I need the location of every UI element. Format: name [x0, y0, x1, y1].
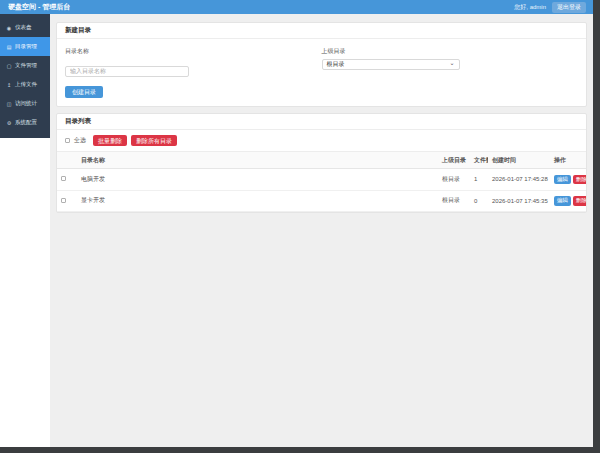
row-checkbox[interactable] [61, 176, 66, 181]
table-row: 电脑开发 根目录 1 2026-01-07 17:45:28 编辑 删除 [57, 169, 586, 191]
cell-parent-directory: 根目录 [438, 190, 470, 212]
user-greeting: 您好, admin [514, 3, 546, 12]
delete-button[interactable]: 删除 [573, 175, 586, 185]
sidebar-item-label: 文件管理 [15, 62, 37, 69]
upload-icon: ↥ [6, 82, 12, 88]
cell-created-at: 2026-01-07 17:45:35 [488, 190, 550, 212]
folder-icon: ▤ [6, 44, 12, 50]
logout-button[interactable]: 退出登录 [552, 2, 586, 13]
delete-all-directories-button[interactable]: 删除所有目录 [131, 135, 177, 146]
batch-delete-button[interactable]: 批量删除 [93, 135, 127, 146]
sidebar-item-label: 系统配置 [15, 119, 37, 126]
sidebar-item-system-config[interactable]: ⚙ 系统配置 [0, 113, 50, 132]
header-directory-name: 目录名称 [77, 152, 438, 169]
create-directory-button[interactable]: 创建目录 [65, 86, 103, 98]
edit-button[interactable]: 编辑 [554, 175, 571, 185]
cell-directory-name: 显卡开发 [77, 190, 438, 212]
row-actions: 编辑 删除 [554, 196, 582, 206]
sidebar-item-upload-files[interactable]: ↥ 上传文件 [0, 75, 50, 94]
cell-file-count: 0 [470, 190, 488, 212]
sidebar-item-directory-management[interactable]: ▤ 目录管理 [0, 37, 50, 56]
list-toolbar: 全选 批量删除 删除所有目录 [57, 130, 586, 151]
sidebar-item-label: 访问统计 [15, 100, 37, 107]
list-card-title: 目录列表 [57, 114, 586, 130]
parent-directory-field: 上级目录 根目录 ⌄ [322, 47, 579, 77]
sidebar-item-label: 仪表盘 [15, 24, 32, 31]
directory-name-label: 目录名称 [65, 47, 322, 56]
chart-icon: ◫ [6, 101, 12, 107]
select-all-label: 全选 [74, 136, 86, 145]
header-parent-directory: 上级目录 [438, 152, 470, 169]
cell-file-count: 1 [470, 169, 488, 191]
select-value: 根目录 [327, 60, 345, 69]
create-form-row: 目录名称 上级目录 根目录 ⌄ [65, 47, 578, 77]
sidebar-item-label: 目录管理 [15, 43, 37, 50]
chevron-down-icon: ⌄ [449, 61, 454, 65]
row-checkbox[interactable] [61, 198, 66, 203]
create-card-body: 目录名称 上级目录 根目录 ⌄ 创建目录 [57, 39, 586, 106]
sidebar-menu: ◉ 仪表盘 ▤ 目录管理 ▢ 文件管理 ↥ 上传文件 ◫ 访问统计 [0, 14, 50, 138]
top-navbar: 硬盘空间 - 管理后台 您好, admin 退出登录 [0, 0, 593, 14]
cell-parent-directory: 根目录 [438, 169, 470, 191]
cell-created-at: 2026-01-07 17:45:28 [488, 169, 550, 191]
cell-directory-name: 电脑开发 [77, 169, 438, 191]
sidebar: ◉ 仪表盘 ▤ 目录管理 ▢ 文件管理 ↥ 上传文件 ◫ 访问统计 [0, 14, 50, 447]
sidebar-item-label: 上传文件 [15, 81, 37, 88]
parent-directory-select[interactable]: 根目录 ⌄ [322, 59, 460, 70]
header-created-at: 创建时间 [488, 152, 550, 169]
table-header-row: 目录名称 上级目录 文件数 创建时间 操作 [57, 152, 586, 169]
delete-button[interactable]: 删除 [573, 196, 586, 206]
sidebar-item-access-statistics[interactable]: ◫ 访问统计 [0, 94, 50, 113]
table-row: 显卡开发 根目录 0 2026-01-07 17:45:35 编辑 删除 [57, 190, 586, 212]
header-file-count: 文件数 [470, 152, 488, 169]
directory-table: 目录名称 上级目录 文件数 创建时间 操作 电脑开发 根目录 1 [57, 151, 586, 212]
edit-button[interactable]: 编辑 [554, 196, 571, 206]
sidebar-item-dashboard[interactable]: ◉ 仪表盘 [0, 18, 50, 37]
gear-icon: ⚙ [6, 120, 12, 126]
layout: ◉ 仪表盘 ▤ 目录管理 ▢ 文件管理 ↥ 上传文件 ◫ 访问统计 [0, 14, 593, 447]
row-actions: 编辑 删除 [554, 175, 582, 185]
directory-name-field: 目录名称 [65, 47, 322, 77]
header-actions: 操作 [550, 152, 586, 169]
create-card-title: 新建目录 [57, 23, 586, 39]
create-directory-card: 新建目录 目录名称 上级目录 根目录 ⌄ [56, 22, 587, 107]
directory-list-card: 目录列表 全选 批量删除 删除所有目录 目录名称 上级目录 文件数 创建时 [56, 113, 587, 213]
file-icon: ▢ [6, 63, 12, 69]
app-window: 硬盘空间 - 管理后台 您好, admin 退出登录 ◉ 仪表盘 ▤ 目录管理 … [0, 0, 593, 447]
select-all-checkbox[interactable] [65, 138, 70, 143]
parent-directory-label: 上级目录 [322, 47, 579, 56]
app-title: 硬盘空间 - 管理后台 [8, 2, 70, 12]
directory-name-input[interactable] [65, 66, 189, 77]
navbar-right: 您好, admin 退出登录 [514, 2, 586, 13]
main-content: 新建目录 目录名称 上级目录 根目录 ⌄ [50, 14, 593, 447]
dashboard-icon: ◉ [6, 25, 12, 31]
sidebar-item-file-management[interactable]: ▢ 文件管理 [0, 56, 50, 75]
header-checkbox-cell [57, 152, 77, 169]
